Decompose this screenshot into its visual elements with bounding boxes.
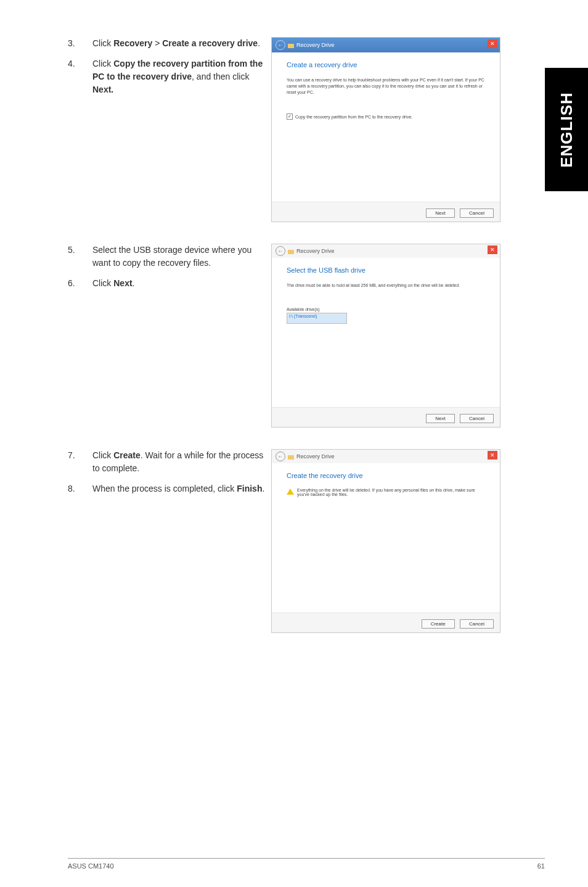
checkbox-icon: ✓ [287,113,293,120]
folder-icon [288,44,294,48]
window-title: Recovery Drive [296,453,335,460]
dialog-description: You can use a recovery drive to help tro… [287,77,485,95]
checkbox-label: Copy the recovery partition from the PC … [295,115,412,119]
dialog-footer: Create Cancel [272,613,500,632]
dialog-footer: Next Cancel [272,407,500,427]
step-4: 4. Click Copy the recovery partition fro… [68,57,271,96]
folder-icon [288,250,294,254]
warning-row: Everything on the drive will be deleted.… [287,488,485,497]
copy-partition-checkbox[interactable]: ✓ Copy the recovery partition from the P… [287,113,485,120]
step-3: 3. Click Recovery > Create a recovery dr… [68,37,271,50]
step-number: 5. [68,244,92,270]
screenshot-create-drive: ← Recovery Drive ✕ Create the recovery d… [271,449,500,633]
next-button[interactable]: Next [426,414,454,423]
close-icon[interactable]: ✕ [488,245,497,254]
next-button[interactable]: Next [426,208,454,218]
dialog-heading: Create the recovery drive [287,472,485,479]
step-5: 5. Select the USB storage device where y… [68,244,271,270]
back-icon[interactable]: ← [276,246,285,256]
step-6: 6. Click Next. [68,277,271,290]
footer-page-number: 61 [537,862,545,870]
window-titlebar: ← Recovery Drive ✕ [272,450,500,463]
warning-text: Everything on the drive will be deleted.… [297,488,485,497]
close-icon[interactable]: ✕ [488,39,497,48]
step-text: Click Create. Wait for a while for the p… [92,449,271,475]
footer-product: ASUS CM1740 [68,862,114,870]
step-text: Click Next. [92,277,134,290]
cancel-button[interactable]: Cancel [460,208,494,218]
dialog-footer: Next Cancel [272,202,500,221]
page-footer: ASUS CM1740 61 [68,858,545,870]
window-titlebar: ← Recovery Drive ✕ [272,38,500,52]
back-icon[interactable]: ← [276,452,285,461]
folder-icon [288,455,294,460]
cancel-button[interactable]: Cancel [460,414,494,423]
dialog-heading: Select the USB flash drive [287,266,485,274]
step-number: 4. [68,57,92,96]
close-icon[interactable]: ✕ [488,451,497,460]
step-number: 6. [68,277,92,290]
dialog-description: The drive must be able to hold at least … [287,283,485,289]
step-text: Select the USB storage device where you … [92,244,271,270]
step-text: When the process is completed, click Fin… [92,482,264,495]
step-number: 8. [68,482,92,495]
step-text: Click Recovery > Create a recovery drive… [92,37,260,50]
back-icon[interactable]: ← [276,40,285,50]
step-text: Click Copy the recovery partition from t… [92,57,271,96]
step-number: 7. [68,449,92,475]
window-title: Recovery Drive [296,248,335,254]
warning-icon [287,489,294,495]
screenshot-create-recovery: ← Recovery Drive ✕ Create a recovery dri… [271,37,500,222]
create-button[interactable]: Create [422,619,455,629]
step-8: 8. When the process is completed, click … [68,482,271,495]
step-7: 7. Click Create. Wait for a while for th… [68,449,271,475]
screenshot-select-usb: ← Recovery Drive ✕ Select the USB flash … [271,244,500,427]
window-titlebar: ← Recovery Drive ✕ [272,244,500,258]
window-title: Recovery Drive [296,42,335,48]
cancel-button[interactable]: Cancel [460,619,494,629]
drive-list-item[interactable]: I:\ (Transcend) [287,313,347,324]
available-drives-label: Available drive(s) [287,307,485,311]
step-number: 3. [68,37,92,50]
dialog-heading: Create a recovery drive [287,61,485,68]
